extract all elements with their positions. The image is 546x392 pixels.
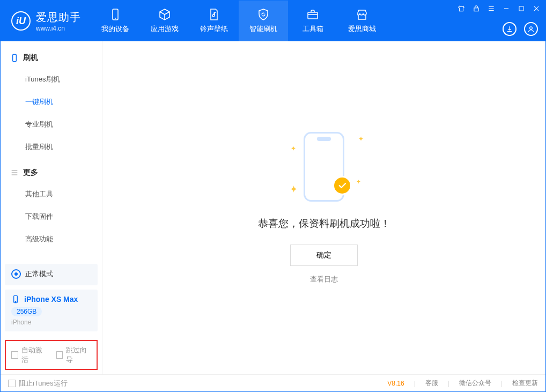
- maximize-button[interactable]: [517, 4, 526, 13]
- body: 刷机 iTunes刷机 一键刷机 专业刷机 批量刷机 更多 其他工具 下载固件 …: [1, 41, 545, 374]
- lock-icon[interactable]: [471, 4, 481, 13]
- cube-icon: [158, 8, 171, 21]
- sidebar-head-flash: 刷机: [1, 48, 102, 68]
- status-link-update[interactable]: 检查更新: [512, 379, 538, 388]
- svg-rect-4: [519, 6, 523, 11]
- sidebar-item-pro-flash[interactable]: 专业刷机: [1, 113, 102, 136]
- device-name: iPhone XS Max: [24, 295, 78, 304]
- phone-small-icon: [10, 54, 19, 62]
- ok-button[interactable]: 确定: [290, 245, 358, 266]
- sparkle-icon: ✦: [290, 183, 298, 195]
- checkbox-box-icon: [56, 351, 63, 359]
- header-right-icons: [503, 22, 538, 36]
- tshirt-icon[interactable]: [456, 4, 466, 13]
- sidebar-item-batch-flash[interactable]: 批量刷机: [1, 136, 102, 158]
- sidebar-item-oneclick-flash[interactable]: 一键刷机: [1, 91, 102, 113]
- sparkle-icon: +: [357, 178, 360, 186]
- svg-point-8: [15, 301, 16, 302]
- device-phone-icon: [11, 295, 20, 304]
- sparkle-icon: ✦: [358, 135, 364, 143]
- app-title: 爱思助手: [36, 10, 81, 25]
- nav-toolbox[interactable]: 工具箱: [288, 1, 337, 41]
- success-message: 恭喜您，保资料刷机成功啦！: [258, 217, 390, 231]
- menu-icon[interactable]: [486, 4, 496, 13]
- svg-point-5: [530, 27, 533, 29]
- sparkle-icon: ✦: [291, 145, 296, 152]
- device-type: iPhone: [11, 319, 91, 326]
- nav-smart-flash[interactable]: 智能刷机: [239, 1, 288, 41]
- svg-point-1: [115, 18, 116, 19]
- top-nav: 我的设备 应用游戏 铃声壁纸 智能刷机 工具箱 爱思商城: [91, 1, 387, 41]
- logo: iU 爱思助手 www.i4.cn: [1, 10, 91, 32]
- music-file-icon: [208, 8, 220, 21]
- sidebar-section-flash: 刷机 iTunes刷机 一键刷机 专业刷机 批量刷机: [1, 48, 102, 162]
- header: iU 爱思助手 www.i4.cn 我的设备 应用游戏 铃声壁纸 智能刷机: [1, 1, 545, 41]
- view-log-link[interactable]: 查看日志: [310, 275, 338, 284]
- svg-rect-2: [308, 12, 318, 19]
- svg-rect-3: [474, 8, 478, 11]
- version-label: V8.16: [387, 380, 404, 387]
- sidebar-item-itunes-flash[interactable]: iTunes刷机: [1, 68, 102, 91]
- checkbox-auto-activate[interactable]: 自动激活: [11, 345, 47, 365]
- checkbox-box-icon: [11, 351, 18, 359]
- device-storage-badge: 256GB: [11, 307, 42, 316]
- status-bar: 阻止iTunes运行 V8.16 | 客服 | 微信公众号 | 检查更新: [1, 374, 545, 391]
- download-icon[interactable]: [503, 22, 517, 36]
- nav-apps-games[interactable]: 应用游戏: [140, 1, 189, 41]
- toolbox-icon: [306, 8, 319, 21]
- shield-refresh-icon: [257, 8, 270, 21]
- status-link-support[interactable]: 客服: [425, 379, 438, 388]
- nav-my-device[interactable]: 我的设备: [91, 1, 140, 41]
- minimize-button[interactable]: [501, 4, 511, 13]
- sidebar: 刷机 iTunes刷机 一键刷机 专业刷机 批量刷机 更多 其他工具 下载固件 …: [1, 41, 102, 374]
- logo-icon: iU: [11, 11, 31, 31]
- status-link-wechat[interactable]: 微信公众号: [459, 379, 491, 388]
- checkbox-block-itunes[interactable]: 阻止iTunes运行: [8, 379, 68, 388]
- close-button[interactable]: [532, 4, 541, 13]
- mode-panel[interactable]: 正常模式: [5, 264, 98, 285]
- app-site: www.i4.cn: [36, 25, 81, 32]
- window-controls: [456, 4, 541, 13]
- highlighted-checkbox-row: 自动激活 跳过向导: [5, 340, 98, 370]
- content-area: ✦ ✦ + ✦ 恭喜您，保资料刷机成功啦！ 确定 查看日志: [102, 41, 545, 374]
- app-window: iU 爱思助手 www.i4.cn 我的设备 应用游戏 铃声壁纸 智能刷机: [0, 0, 546, 392]
- sidebar-item-download-firmware[interactable]: 下载固件: [1, 205, 102, 228]
- mode-label: 正常模式: [25, 269, 53, 279]
- svg-rect-6: [13, 54, 17, 61]
- sidebar-item-other-tools[interactable]: 其他工具: [1, 183, 102, 205]
- checkbox-skip-guide[interactable]: 跳过向导: [56, 345, 92, 365]
- nav-ringtone-wallpaper[interactable]: 铃声壁纸: [189, 1, 239, 41]
- store-icon: [356, 8, 368, 21]
- phone-icon: [109, 8, 122, 21]
- user-icon[interactable]: [524, 22, 538, 36]
- checkbox-box-icon: [8, 380, 16, 387]
- success-illustration: ✦ ✦ + ✦: [304, 132, 344, 202]
- device-panel[interactable]: iPhone XS Max 256GB iPhone: [5, 290, 98, 331]
- nav-store[interactable]: 爱思商城: [337, 1, 387, 41]
- mode-dot-icon: [11, 269, 21, 279]
- sidebar-head-more: 更多: [1, 162, 102, 183]
- sidebar-section-more: 更多 其他工具 下载固件 高级功能: [1, 162, 102, 255]
- list-icon: [10, 168, 19, 177]
- success-check-icon: [333, 176, 352, 195]
- sidebar-item-advanced[interactable]: 高级功能: [1, 228, 102, 250]
